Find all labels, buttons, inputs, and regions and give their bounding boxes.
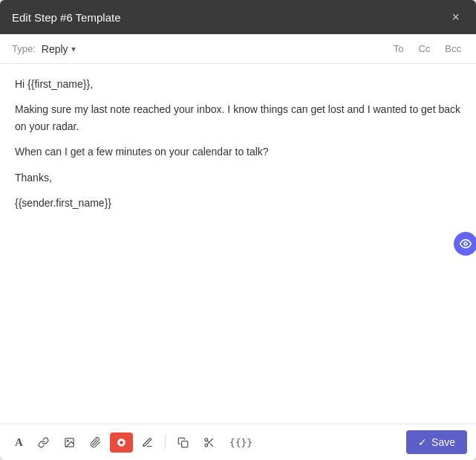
image-button[interactable] [58,433,81,453]
type-row: Type: Reply ▾ To Cc Bcc [0,34,476,64]
variable-button[interactable]: {{}} [224,433,258,453]
paperclip-icon [90,437,101,448]
to-button[interactable]: To [391,42,407,56]
save-label: Save [431,436,455,448]
svg-point-4 [120,441,123,444]
save-button[interactable]: ✓ Save [406,430,467,454]
modal-title: Edit Step #6 Template [12,11,120,24]
eye-icon [460,238,472,250]
email-line-signature: {{sender.first_name}} [15,195,461,211]
record-button[interactable] [110,433,133,453]
cut-button[interactable] [198,433,221,453]
email-line-followup: Making sure my last note reached your in… [15,101,461,135]
email-line-thanks: Thanks, [15,169,461,186]
chevron-down-icon: ▾ [71,44,76,54]
type-value: Reply [42,43,68,55]
email-body[interactable]: Hi {{first_name}}, Making sure my last n… [0,64,476,424]
link-icon [38,437,49,448]
email-line-greeting: Hi {{first_name}}, [15,76,461,92]
svg-point-2 [67,440,68,441]
variable-icon: {{}} [229,437,252,448]
link-button[interactable] [32,433,55,453]
image-icon [64,437,75,448]
svg-point-0 [464,242,467,245]
toolbar-separator-1 [165,435,166,450]
toolbar: A [0,424,476,460]
email-line-question: When can I get a few minutes on your cal… [15,143,461,160]
svg-line-9 [210,444,212,446]
checkmark-icon: ✓ [418,436,427,448]
modal-header: Edit Step #6 Template × [0,0,476,34]
svg-line-10 [207,441,209,442]
cc-button[interactable]: Cc [415,42,433,56]
font-button[interactable]: A [9,432,29,453]
duplicate-button[interactable] [172,433,195,453]
floating-action-button[interactable] [454,232,476,256]
type-select-wrapper[interactable]: Reply ▾ [42,43,385,55]
copy-icon [177,437,189,448]
edit-step-modal: Edit Step #6 Template × Type: Reply ▾ To… [0,0,476,460]
type-actions: To Cc Bcc [391,42,464,56]
pen-icon [142,437,153,448]
attachment-button[interactable] [84,433,107,453]
scissors-icon [203,437,215,448]
record-icon [116,437,127,448]
close-button[interactable]: × [447,9,464,25]
bcc-button[interactable]: Bcc [442,42,464,56]
type-label: Type: [12,43,36,54]
signature-button[interactable] [136,433,159,453]
svg-rect-5 [181,441,187,447]
